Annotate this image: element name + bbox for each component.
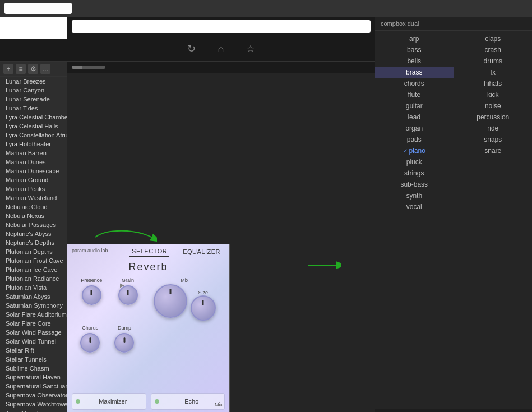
preset-item[interactable]: Supernova Observatory (0, 391, 67, 400)
category-item-hihats[interactable]: hihats (454, 78, 533, 89)
preset-item[interactable]: Lunar Tides (0, 104, 67, 113)
preset-item[interactable]: Lunar Canyon (0, 86, 67, 95)
category-item-pluck[interactable]: pluck (375, 156, 454, 168)
echo-button[interactable]: Echo (151, 393, 225, 410)
preset-item[interactable]: Martian Wasteland (0, 193, 67, 202)
grain-knob[interactable] (118, 285, 138, 305)
left-preview-bottom (0, 39, 67, 62)
preset-item[interactable]: Plutonian Vista (0, 283, 67, 292)
category-item-claps[interactable]: claps (454, 33, 533, 44)
damp-knob[interactable] (114, 333, 134, 353)
preset-item[interactable]: Neptune's Abyss (0, 229, 67, 238)
category-item-brass[interactable]: brass (375, 67, 454, 78)
category-item-drums[interactable]: drums (454, 55, 533, 67)
progress-bar-area (67, 62, 375, 73)
category-item-chords[interactable]: chords (375, 78, 454, 89)
presence-knob[interactable] (82, 285, 101, 305)
preset-item[interactable]: Plutonian Radiance (0, 274, 67, 283)
category-item-percussion[interactable]: percussion (454, 112, 533, 123)
category-item-crash[interactable]: crash (454, 44, 533, 55)
preset-item[interactable]: Saturnian Abyss (0, 292, 67, 301)
category-item-strings[interactable]: strings (375, 168, 454, 179)
preset-item[interactable]: Solar Flare Auditorium (0, 310, 67, 319)
maximizer-button[interactable]: Maximizer (72, 393, 146, 410)
preset-item[interactable]: Plutonian Frost Cave (0, 256, 67, 265)
preset-item[interactable]: Martian Dunes (0, 158, 67, 166)
preset-item[interactable]: Martian Barren (0, 149, 67, 158)
category-item-guitar[interactable]: guitar (375, 100, 454, 112)
echo-dot (155, 399, 159, 404)
preset-item[interactable]: Plutonian Depths (0, 247, 67, 256)
preset-item[interactable]: Plutonian Ice Cave (0, 265, 67, 274)
preset-item[interactable]: Solar Flare Core (0, 319, 67, 328)
preset-item[interactable]: Martian Ground (0, 175, 67, 184)
preset-item[interactable]: Lyra Celestial Chamber (0, 113, 67, 122)
preset-item[interactable]: Supernatural Sanctuary (0, 382, 67, 391)
settings-button[interactable]: ⚙ (28, 64, 38, 74)
compbox-title: compbox dual (375, 17, 532, 31)
category-item-kick[interactable]: kick (454, 89, 533, 100)
chorus-knob[interactable] (80, 333, 100, 353)
preset-item[interactable]: Sublime Chasm (0, 364, 67, 373)
preset-list: Lunar BreezesLunar CanyonLunar SerenadeL… (0, 77, 67, 412)
arrow-right-decoration (308, 260, 341, 271)
left-toolbar: + ≡ ⚙ … (0, 62, 67, 77)
preset-item[interactable]: Supernatural Haven (0, 373, 67, 382)
category-item-fx[interactable]: fx (454, 67, 533, 78)
left-preview-top (0, 17, 67, 39)
top-search-input[interactable] (4, 3, 72, 14)
category-item-bells[interactable]: bells (375, 55, 454, 67)
maximizer-label: Maximizer (84, 398, 142, 405)
left-panel: + ≡ ⚙ … Lunar BreezesLunar CanyonLunar S… (0, 17, 67, 412)
preset-item[interactable]: Stellar Tunnels (0, 355, 67, 364)
preset-item[interactable]: Lyra Holotheater (0, 140, 67, 149)
category-item-pads[interactable]: pads (375, 134, 454, 145)
add-button[interactable]: + (3, 64, 13, 74)
chorus-knob-group: Chorus (80, 325, 100, 353)
preset-item[interactable]: Terra Mountains (0, 409, 67, 412)
category-item-noise[interactable]: noise (454, 100, 533, 112)
star-icon[interactable]: ☆ (246, 43, 255, 55)
preset-item[interactable]: Neptune's Depths (0, 238, 67, 247)
more-button[interactable]: … (40, 64, 50, 74)
center-search-input[interactable] (72, 20, 371, 33)
size-knob[interactable] (191, 295, 216, 321)
category-item-arp[interactable]: arp (375, 33, 454, 44)
top-bar (0, 0, 532, 17)
mix-bottom-label: Mix (215, 402, 223, 408)
tab-equalizer[interactable]: EQUALIZER (181, 247, 223, 256)
category-item-bass[interactable]: bass (375, 44, 454, 55)
category-item-piano[interactable]: piano (375, 145, 454, 156)
category-item-vocal[interactable]: vocal (375, 201, 454, 212)
preset-item[interactable]: Lyra Celestial Halls (0, 122, 67, 131)
echo-label: Echo (163, 398, 221, 405)
preset-item[interactable]: Supernova Watchtower (0, 400, 67, 409)
category-item-synth[interactable]: synth (375, 190, 454, 201)
preset-item[interactable]: Solar Wind Passage (0, 328, 67, 337)
category-item-snaps[interactable]: snaps (454, 134, 533, 145)
progress-fill (72, 66, 82, 69)
preset-item[interactable]: Nebula Nexus (0, 211, 67, 220)
plugin-brand: param audio lab (72, 248, 108, 253)
category-item-snare[interactable]: snare (454, 145, 533, 156)
preset-item[interactable]: Lyra Constellation Atrium (0, 131, 67, 140)
preset-item[interactable]: Solar Wind Tunnel (0, 337, 67, 346)
category-item-ride[interactable]: ride (454, 123, 533, 134)
preset-item[interactable]: Nebulaic Cloud (0, 202, 67, 211)
category-item-sub-bass[interactable]: sub-bass (375, 179, 454, 190)
refresh-icon[interactable]: ↻ (187, 43, 196, 55)
tab-selector[interactable]: SELECTOR (129, 247, 169, 257)
category-item-organ[interactable]: organ (375, 123, 454, 134)
list-button[interactable]: ≡ (16, 64, 26, 74)
preset-item[interactable]: Lunar Serenade (0, 95, 67, 104)
preset-item[interactable]: Saturnian Symphony (0, 301, 67, 310)
preset-item[interactable]: Nebular Passages (0, 220, 67, 229)
category-item-flute[interactable]: flute (375, 89, 454, 100)
preset-item[interactable]: Lunar Breezes (0, 77, 67, 86)
category-item-lead[interactable]: lead (375, 112, 454, 123)
preset-item[interactable]: Stellar Rift (0, 346, 67, 355)
preset-item[interactable]: Martian Dunescape (0, 166, 67, 175)
mix-knob[interactable] (154, 284, 187, 318)
home-icon[interactable]: ⌂ (218, 43, 224, 55)
preset-item[interactable]: Martian Peaks (0, 184, 67, 193)
